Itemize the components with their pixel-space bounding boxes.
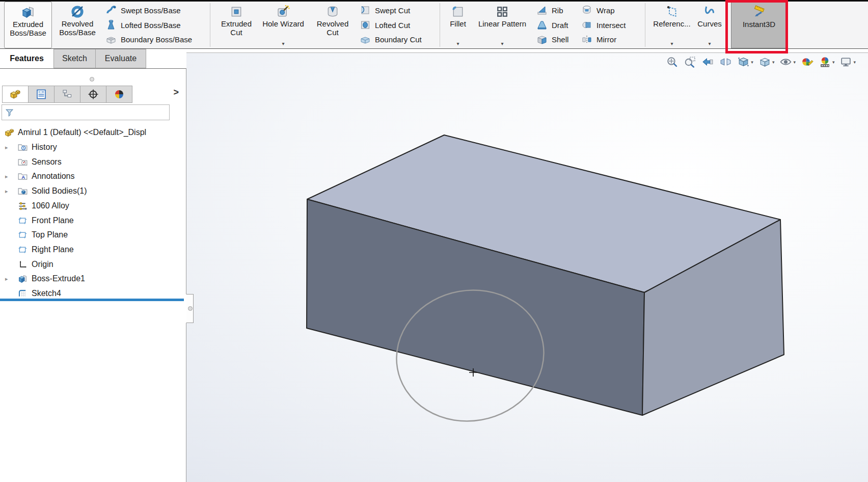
shell-button[interactable]: Shell bbox=[533, 33, 578, 46]
dropdown-caret-icon[interactable]: ▾ bbox=[853, 60, 856, 65]
toolbar-separator bbox=[210, 3, 210, 47]
draft-button[interactable]: Draft bbox=[533, 18, 578, 32]
tree-item-sensors[interactable]: Sensors bbox=[4, 155, 62, 169]
tree-item-origin[interactable]: Origin bbox=[4, 258, 53, 271]
tree-item-boss-extrude1[interactable]: ▸ Boss-Extrude1 bbox=[4, 272, 85, 285]
tab-dimxpert-manager[interactable] bbox=[80, 86, 106, 103]
hide-show-items-button[interactable]: ▾ bbox=[779, 56, 796, 68]
previous-view-button[interactable] bbox=[701, 56, 714, 68]
tab-feature-tree[interactable] bbox=[2, 86, 29, 103]
sensors-folder-icon bbox=[17, 157, 28, 168]
hole-wizard-button[interactable]: Hole Wizard ▾ bbox=[257, 2, 309, 48]
button-label: Referenc... bbox=[653, 19, 690, 28]
toolbar-separator bbox=[645, 3, 645, 47]
dropdown-caret-icon[interactable]: ▾ bbox=[670, 41, 673, 46]
tree-item-label: Top Plane bbox=[32, 230, 68, 239]
revolved-cut-icon bbox=[325, 4, 340, 19]
boundary-boss-base-button[interactable]: Boundary Boss/Base bbox=[102, 33, 204, 46]
tree-filter-input[interactable] bbox=[2, 104, 170, 120]
rollback-bar[interactable] bbox=[0, 299, 184, 301]
view-settings-button[interactable]: ▾ bbox=[839, 56, 856, 68]
curves-button[interactable]: Curves ▾ bbox=[693, 2, 726, 48]
button-label: Intersect bbox=[596, 21, 626, 30]
view-orientation-button[interactable]: ▾ bbox=[737, 56, 753, 68]
linear-pattern-button[interactable]: Linear Pattern ▾ bbox=[472, 2, 533, 48]
revolved-boss-base-button[interactable]: Revolved Boss/Base bbox=[55, 2, 100, 48]
dropdown-caret-icon[interactable]: ▾ bbox=[832, 60, 835, 65]
tree-item-solid-bodies[interactable]: ▸ Solid Bodies(1) bbox=[4, 184, 87, 198]
edit-appearance-icon bbox=[801, 56, 813, 68]
view-settings-icon bbox=[839, 56, 852, 68]
dropdown-caret-icon[interactable]: ▾ bbox=[772, 60, 775, 65]
wrap-button[interactable]: Wrap bbox=[578, 4, 638, 17]
tab-evaluate[interactable]: Evaluate bbox=[95, 49, 146, 68]
tree-item-label: 1060 Alloy bbox=[32, 201, 69, 210]
button-label-line1: Revolved bbox=[317, 19, 349, 28]
tree-item-history[interactable]: ▸ History bbox=[4, 141, 57, 154]
mirror-button[interactable]: Mirror bbox=[578, 33, 638, 46]
edit-appearance-button[interactable] bbox=[801, 56, 813, 68]
extruded-boss-base-button[interactable]: Extruded Boss/Base bbox=[4, 2, 52, 48]
expand-caret-icon[interactable]: ▸ bbox=[4, 173, 17, 180]
dropdown-caret-icon[interactable]: ▾ bbox=[751, 60, 753, 65]
dropdown-caret-icon[interactable]: ▾ bbox=[282, 41, 284, 46]
tree-item-material[interactable]: 1060 Alloy bbox=[4, 199, 69, 212]
display-style-button[interactable]: ▾ bbox=[758, 56, 775, 68]
zoom-to-fit-button[interactable] bbox=[666, 56, 679, 68]
tab-configuration-manager[interactable] bbox=[54, 86, 80, 103]
tab-display-manager[interactable] bbox=[106, 86, 132, 103]
panel-splitter-handle[interactable] bbox=[186, 294, 194, 323]
lofted-boss-icon bbox=[105, 19, 117, 31]
panel-expand-arrow[interactable]: > bbox=[173, 87, 179, 98]
button-label: Swept Boss/Base bbox=[121, 6, 181, 15]
section-view-icon bbox=[719, 56, 732, 68]
boundary-cut-button[interactable]: Boundary Cut bbox=[356, 33, 432, 46]
boss-stack: Swept Boss/Base Lofted Boss/Base bbox=[102, 2, 204, 48]
lofted-cut-button[interactable]: Lofted Cut bbox=[356, 18, 432, 32]
tab-sketch[interactable]: Sketch bbox=[53, 49, 96, 68]
dropdown-caret-icon[interactable]: ▾ bbox=[501, 41, 503, 46]
button-label: Rib bbox=[552, 6, 563, 15]
boss-extrude-icon bbox=[17, 274, 28, 284]
lofted-boss-base-button[interactable]: Lofted Boss/Base bbox=[102, 18, 204, 32]
instant3d-button[interactable]: Instant3D bbox=[731, 2, 787, 48]
graphics-viewport[interactable]: ▾ ▾ ▾ bbox=[186, 52, 868, 482]
apply-scene-button[interactable]: ▾ bbox=[819, 56, 835, 68]
extruded-cut-button[interactable]: Extruded Cut bbox=[215, 2, 257, 48]
fillet-button[interactable]: Fillet ▾ bbox=[444, 2, 472, 48]
reference-geometry-button[interactable]: Referenc... ▾ bbox=[650, 2, 693, 48]
hole-wizard-icon bbox=[276, 4, 291, 19]
tree-item-top-plane[interactable]: Top Plane bbox=[4, 228, 68, 242]
dropdown-caret-icon[interactable]: ▾ bbox=[456, 41, 459, 46]
rib-button[interactable]: Rib bbox=[533, 4, 578, 17]
command-manager-toolbar: Extruded Boss/Base Revolved Boss/Base Sw… bbox=[0, 0, 868, 49]
dropdown-caret-icon[interactable]: ▾ bbox=[793, 60, 796, 65]
intersect-button[interactable]: Intersect bbox=[578, 18, 638, 32]
tab-property-manager[interactable] bbox=[28, 86, 55, 103]
expand-caret-icon[interactable]: ▸ bbox=[4, 188, 17, 195]
swept-cut-button[interactable]: Swept Cut bbox=[356, 4, 432, 17]
button-label: Curves bbox=[697, 19, 722, 28]
swept-boss-base-button[interactable]: Swept Boss/Base bbox=[102, 4, 204, 17]
configurations-icon bbox=[61, 88, 73, 100]
expand-caret-icon[interactable]: ▸ bbox=[4, 144, 17, 151]
section-view-button[interactable] bbox=[719, 56, 732, 68]
history-folder-icon bbox=[17, 142, 28, 153]
tree-item-label: Annotations bbox=[32, 172, 75, 181]
tree-item-front-plane[interactable]: Front Plane bbox=[4, 214, 74, 227]
tree-root-item[interactable]: Amirul 1 (Default) <<Default>_Displ bbox=[4, 126, 146, 139]
button-label: Hole Wizard bbox=[262, 19, 304, 28]
tab-features[interactable]: Features bbox=[0, 49, 53, 68]
zoom-to-area-button[interactable] bbox=[684, 56, 696, 68]
tree-item-annotations[interactable]: ▸ A Annotations bbox=[4, 170, 75, 183]
tree-item-label: Boss-Extrude1 bbox=[32, 274, 85, 283]
revolved-boss-icon bbox=[70, 4, 85, 19]
button-label: Draft bbox=[552, 21, 568, 30]
revolved-cut-button[interactable]: Revolved Cut bbox=[309, 2, 356, 48]
tree-item-right-plane[interactable]: Right Plane bbox=[4, 243, 74, 256]
expand-caret-icon[interactable]: ▸ bbox=[4, 276, 17, 282]
dropdown-caret-icon[interactable]: ▾ bbox=[708, 41, 711, 46]
solid-bodies-folder-icon bbox=[17, 186, 28, 197]
panel-collapse-handle[interactable] bbox=[90, 77, 94, 82]
button-label: Linear Pattern bbox=[478, 19, 526, 28]
